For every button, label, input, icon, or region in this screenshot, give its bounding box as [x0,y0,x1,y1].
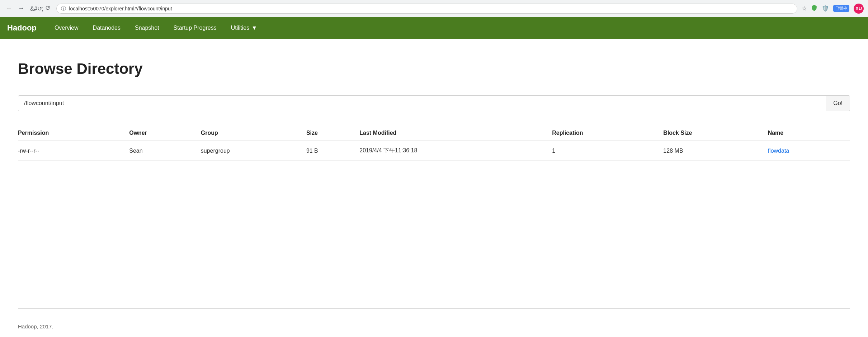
paused-badge: 已暫停 [833,5,849,12]
table-header-row: Permission Owner Group Size Last Modifie… [18,125,850,141]
cell-owner: Sean [129,141,201,161]
nav-item-overview[interactable]: Overview [47,17,86,39]
table-row: -rw-r--r-- Sean supergroup 91 B 2019/4/4… [18,141,850,161]
col-last-modified: Last Modified [359,125,552,141]
file-link[interactable]: flowdata [768,148,789,154]
info-icon: ⓘ [61,5,66,12]
browser-actions: ☆ 🛡️ 已暫停 XU [802,4,864,14]
forward-button[interactable]: → [16,3,26,14]
col-replication: Replication [552,125,663,141]
col-permission: Permission [18,125,129,141]
back-button[interactable]: ← [4,3,14,14]
cell-permission: -rw-r--r-- [18,141,129,161]
cell-group: supergroup [201,141,306,161]
refresh-button[interactable]: &#↺; [29,4,52,14]
cell-size: 91 B [306,141,359,161]
nav-item-startup-progress[interactable]: Startup Progress [166,17,224,39]
extension-icon: 🛡️ [822,5,829,12]
navbar-items: Overview Datanodes Snapshot Startup Prog… [47,17,264,39]
col-name: Name [768,125,850,141]
col-owner: Owner [129,125,201,141]
address-bar-container[interactable]: ⓘ [56,4,797,14]
go-button[interactable]: Go! [826,96,850,111]
browser-chrome: ← → &#↺; ⓘ ☆ 🛡️ 已暫停 XU [0,0,868,17]
navbar-brand[interactable]: Hadoop [7,23,37,33]
dropdown-arrow-icon: ▼ [251,25,257,31]
cell-last-modified: 2019/4/4 下午11:36:18 [359,141,552,161]
col-size: Size [306,125,359,141]
nav-buttons: ← → &#↺; [4,3,52,14]
directory-table: Permission Owner Group Size Last Modifie… [18,125,850,161]
col-block-size: Block Size [663,125,768,141]
nav-item-datanodes[interactable]: Datanodes [86,17,128,39]
shield-icon [811,5,817,13]
nav-item-utilities[interactable]: Utilities ▼ [224,17,264,39]
col-group: Group [201,125,306,141]
directory-input[interactable] [18,96,826,111]
main-content: Browse Directory Go! Permission Owner Gr… [0,39,868,175]
cell-block-size: 128 MB [663,141,768,161]
user-avatar[interactable]: XU [854,4,864,14]
address-bar-input[interactable] [69,6,793,11]
directory-input-container: Go! [18,95,850,111]
navbar: Hadoop Overview Datanodes Snapshot Start… [0,17,868,39]
cell-name: flowdata [768,141,850,161]
nav-item-snapshot[interactable]: Snapshot [128,17,166,39]
bookmark-icon[interactable]: ☆ [802,5,807,12]
cell-replication: 1 [552,141,663,161]
page-title: Browse Directory [18,60,850,77]
